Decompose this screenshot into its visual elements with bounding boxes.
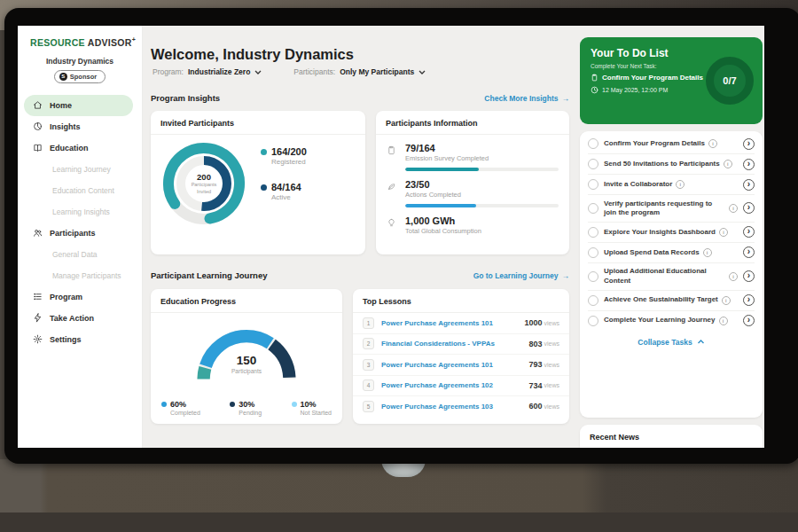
sidebar-item-home[interactable]: Home — [24, 95, 133, 116]
monitor-bezel: RESOURCE ADVISOR+ Industry Dynamics S Sp… — [4, 8, 798, 464]
task-row[interactable]: Complete Your Learning Journeyi › — [588, 311, 755, 331]
legend-item-registered: 164/200 Registered — [261, 146, 307, 166]
invited-donut-chart: 200 ParticipantsInvited — [160, 139, 248, 228]
stat-value: 1,000 GWh — [405, 215, 559, 226]
lesson-row: 2 Financial Considerations - VPPAs 803 v… — [353, 334, 569, 356]
info-icon[interactable]: i — [676, 180, 685, 189]
task-checkbox[interactable] — [588, 159, 598, 169]
lesson-link[interactable]: Power Purchase Agreements 101 — [381, 361, 528, 369]
task-checkbox[interactable] — [588, 316, 598, 326]
arrow-right-icon: → — [562, 94, 570, 103]
sidebar-item-label: Learning Journey — [52, 165, 111, 174]
chevron-down-icon — [254, 70, 262, 74]
donut-legend: 164/200 Registered 84/164 Active — [261, 146, 307, 201]
check-more-insights-link[interactable]: Check More Insights → — [484, 94, 569, 103]
views-suffix: views — [544, 403, 559, 410]
sidebar-item-program[interactable]: Program — [18, 286, 142, 308]
views-suffix: views — [544, 382, 559, 388]
task-checkbox[interactable] — [588, 247, 598, 258]
top-lessons-card: Top Lessons 1 Power Purchase Agreements … — [353, 289, 569, 424]
task-label: Upload Spend Data Records — [604, 248, 700, 257]
clipboard-icon — [591, 74, 598, 82]
collapse-tasks-link[interactable]: Collapse Tasks — [588, 331, 755, 350]
task-row[interactable]: Send 50 Invitations to Participantsi › — [588, 154, 755, 175]
chevron-right-icon[interactable]: › — [743, 294, 755, 306]
task-checkbox[interactable] — [588, 227, 598, 238]
filter-bar: Program: Industrialize Zero Participants… — [153, 67, 426, 76]
gauge-value: 150 — [151, 354, 342, 367]
task-checkbox[interactable] — [588, 203, 598, 214]
todo-time-label: 12 May 2025, 12:00 PM — [602, 87, 668, 93]
task-row[interactable]: Confirm Your Program Detailsi › — [588, 134, 755, 154]
stat-actions-completed: 23/50 Actions Completed — [387, 179, 559, 207]
sidebar-item-manage-participants[interactable]: Manage Participants — [18, 265, 142, 286]
task-row[interactable]: Upload Spend Data Recordsi › — [588, 243, 755, 263]
sidebar-item-education[interactable]: Education — [18, 137, 142, 159]
task-checkbox[interactable] — [588, 295, 598, 306]
lesson-views: 600 — [528, 402, 542, 411]
info-icon[interactable]: i — [708, 139, 717, 148]
lesson-link[interactable]: Power Purchase Agreements 102 — [381, 381, 528, 389]
chevron-down-icon — [419, 70, 426, 74]
lesson-link[interactable]: Power Purchase Agreements 101 — [381, 319, 524, 327]
stat-total-consumption: 1,000 GWh Total Global Consumption — [387, 215, 559, 235]
settings-icon — [33, 334, 43, 344]
filter-label: Participants: — [293, 67, 335, 76]
sidebar-item-insights[interactable]: Insights — [18, 116, 142, 137]
task-label: Achieve One Sustainability Target — [604, 295, 718, 304]
chevron-right-icon[interactable]: › — [743, 315, 755, 326]
stat-emission-survey: 79/164 Emission Survey Completed — [387, 143, 559, 171]
progress-track — [405, 204, 559, 207]
task-row[interactable]: Achieve One Sustainability Targeti › — [588, 291, 755, 311]
lesson-rank: 3 — [363, 359, 374, 371]
task-label: Complete Your Learning Journey — [604, 316, 716, 325]
info-icon[interactable]: i — [719, 228, 728, 237]
chevron-right-icon[interactable]: › — [743, 246, 755, 258]
info-icon[interactable]: i — [722, 296, 731, 305]
sidebar-item-general-data[interactable]: General Data — [18, 244, 142, 265]
task-label: Upload Additional Educational Content — [604, 267, 725, 286]
clock-icon — [591, 86, 598, 94]
task-row[interactable]: Invite a Collaboratori › — [588, 175, 755, 195]
program-filter-dropdown[interactable]: Program: Industrialize Zero — [153, 67, 262, 76]
chevron-right-icon[interactable]: › — [743, 138, 755, 150]
sidebar-item-learning-insights[interactable]: Learning Insights — [18, 201, 142, 223]
sponsor-icon: S — [59, 73, 67, 81]
sidebar-item-education-content[interactable]: Education Content — [18, 180, 142, 201]
info-icon[interactable]: i — [703, 248, 712, 257]
task-checkbox[interactable] — [588, 179, 598, 190]
participants-filter-dropdown[interactable]: Participants: Only My Participants — [293, 67, 426, 76]
task-row[interactable]: Verify participants requesting to join t… — [588, 195, 755, 223]
stat-label: Total Global Consumption — [405, 227, 559, 235]
photo-background: RESOURCE ADVISOR+ Industry Dynamics S Sp… — [0, 0, 798, 532]
task-checkbox[interactable] — [588, 271, 598, 282]
education-icon — [33, 143, 43, 153]
info-icon[interactable]: i — [719, 317, 728, 325]
task-checkbox[interactable] — [588, 138, 598, 149]
card-title: Top Lessons — [353, 289, 569, 313]
info-icon[interactable]: i — [729, 272, 738, 281]
sidebar-item-learning-journey[interactable]: Learning Journey — [18, 159, 142, 180]
chevron-right-icon[interactable]: › — [743, 270, 755, 282]
chevron-right-icon[interactable]: › — [743, 202, 755, 214]
sidebar-item-settings[interactable]: Settings — [18, 329, 142, 350]
lesson-link[interactable]: Power Purchase Agreements 103 — [381, 403, 528, 411]
chevron-right-icon[interactable]: › — [743, 226, 755, 238]
sidebar-item-take-action[interactable]: Take Action — [18, 308, 142, 329]
lesson-link[interactable]: Financial Considerations - VPPAs — [381, 340, 528, 348]
sponsor-badge[interactable]: S Sponsor — [54, 70, 106, 83]
home-icon — [33, 100, 43, 110]
sidebar-item-participants[interactable]: Participants — [18, 223, 142, 244]
chevron-right-icon[interactable]: › — [743, 179, 755, 191]
task-row[interactable]: Explore Your Insights Dashboardi › — [588, 223, 755, 243]
chevron-right-icon[interactable]: › — [743, 159, 755, 170]
bulb-icon — [387, 218, 396, 228]
take-action-icon — [33, 313, 43, 323]
go-to-learning-journey-link[interactable]: Go to Learning Journey → — [473, 271, 569, 280]
task-row[interactable]: Upload Additional Educational Contenti › — [588, 263, 755, 291]
insights-icon — [33, 121, 43, 131]
info-icon[interactable]: i — [724, 160, 732, 168]
info-icon[interactable]: i — [729, 204, 738, 213]
todo-tasks-card: Confirm Your Program Detailsi › Send 50 … — [580, 131, 763, 418]
todo-next-task-label: Confirm Your Program Details — [602, 74, 703, 82]
